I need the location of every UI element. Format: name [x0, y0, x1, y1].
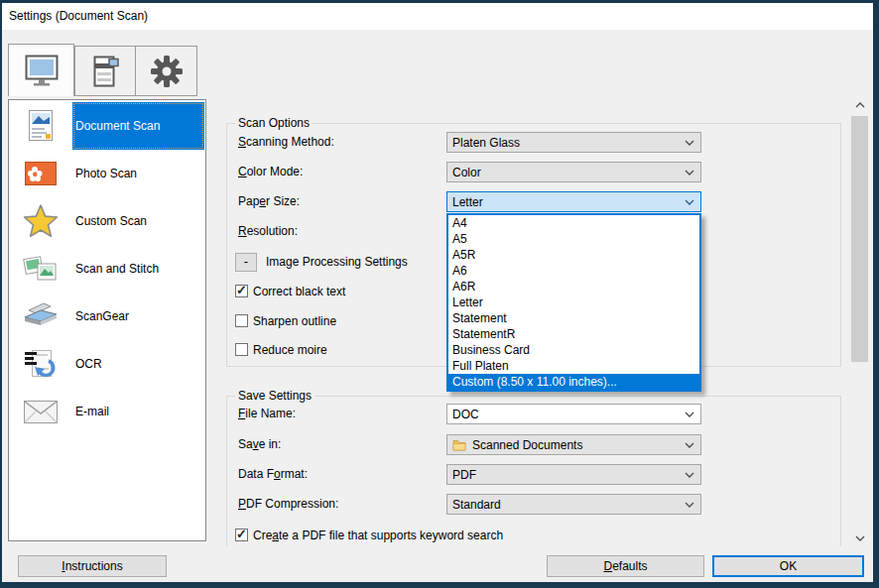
tab-bar [8, 44, 197, 96]
scanning-method-label: Scanning Method: [238, 132, 334, 153]
tab-general-settings[interactable] [136, 46, 197, 96]
dropdown-option[interactable]: StatementR [448, 326, 699, 342]
dropdown-option[interactable]: A4 [448, 215, 699, 231]
checkmark-icon: ✓ [236, 283, 247, 297]
scroll-up-button[interactable] [850, 96, 869, 113]
correct-black-text-checkbox[interactable]: ✓ Correct black text [235, 284, 345, 298]
checkbox-box: ✓ [235, 529, 248, 541]
file-name-label: File Name: [238, 404, 296, 424]
scanning-method-combobox[interactable]: Platen Glass [446, 132, 701, 153]
pdf-compression-combobox[interactable]: Standard [446, 494, 701, 515]
tab-scan-from-device[interactable] [74, 46, 136, 96]
dropdown-option[interactable]: A6R [448, 279, 699, 294]
save-in-label: Save in: [238, 434, 281, 455]
dropdown-option[interactable]: A5R [448, 247, 699, 263]
chevron-down-icon [685, 442, 694, 448]
checkbox-label: Correct black text [253, 285, 345, 298]
checkbox-label: Create a PDF file that supports keyword … [253, 529, 503, 542]
checkbox-label: Reduce moire [253, 343, 327, 357]
file-name-combobox[interactable]: DOC [446, 404, 701, 424]
image-processing-label: Image Processing Settings [266, 253, 408, 272]
save-in-value: Scanned Documents [472, 438, 685, 452]
chevron-up-icon [855, 102, 865, 108]
vertical-scrollbar[interactable] [850, 96, 869, 546]
chevron-down-icon [855, 535, 865, 541]
paper-size-dropdown-list: A4 A5 A5R A6 A6R Letter Statement Statem… [446, 213, 701, 392]
dropdown-option-highlighted[interactable]: Custom (8.50 x 11.00 inches)... [448, 374, 699, 390]
dropdown-option[interactable]: A6 [448, 263, 699, 279]
resolution-label: Resolution: [238, 221, 298, 242]
defaults-button[interactable]: Defaults [547, 555, 704, 577]
checkbox-box [235, 343, 248, 356]
group-title: Scan Options [235, 116, 313, 130]
tab-scan-from-computer[interactable] [8, 44, 74, 96]
dropdown-option[interactable]: Statement [448, 310, 699, 326]
chevron-down-icon [685, 140, 694, 146]
image-processing-toggle-button[interactable]: - [235, 253, 257, 272]
copier-icon [87, 54, 123, 89]
checkbox-box [235, 314, 248, 327]
color-mode-label: Color Mode: [238, 162, 303, 182]
paper-size-value: Letter [452, 195, 685, 209]
checkmark-icon: ✓ [236, 527, 247, 541]
color-mode-combobox[interactable]: Color [446, 162, 701, 182]
chevron-down-icon [685, 472, 694, 478]
chevron-down-icon [685, 199, 694, 205]
dropdown-option[interactable]: Full Platen [448, 358, 699, 374]
sharpen-outline-checkbox[interactable]: Sharpen outline [235, 313, 336, 328]
chevron-down-icon [685, 412, 694, 417]
checkbox-label: Sharpen outline [253, 314, 336, 328]
window-title: Settings (Document Scan) [9, 3, 148, 30]
screen-background: Settings (Document Scan) [0, 0, 879, 588]
file-name-value: DOC [452, 408, 685, 421]
gear-icon [149, 54, 185, 89]
save-in-combobox[interactable]: Scanned Documents [446, 434, 701, 455]
color-mode-value: Color [452, 166, 685, 179]
title-bar: Settings (Document Scan) [2, 3, 873, 30]
data-format-value: PDF [452, 468, 685, 482]
dropdown-option[interactable]: Letter [448, 294, 699, 310]
settings-panel: Scan Options Scanning Method: Platen Gla… [2, 96, 850, 546]
reduce-moire-checkbox[interactable]: Reduce moire [235, 342, 327, 357]
scrollbar-thumb[interactable] [851, 116, 868, 362]
keyword-search-checkbox[interactable]: ✓ Create a PDF file that supports keywor… [235, 528, 503, 542]
dropdown-option[interactable]: A5 [448, 231, 699, 247]
settings-dialog: Settings (Document Scan) [2, 3, 873, 582]
pdf-compression-label: PDF Compression: [238, 494, 338, 515]
chevron-down-icon [685, 170, 694, 176]
chevron-down-icon [685, 502, 694, 508]
paper-size-label: Paper Size: [238, 191, 300, 212]
data-format-label: Data Format: [238, 464, 308, 485]
group-title: Save Settings [235, 389, 314, 403]
ok-button[interactable]: OK [712, 555, 864, 577]
paper-size-combobox[interactable]: Letter [446, 191, 701, 212]
scanning-method-value: Platen Glass [452, 136, 685, 150]
checkbox-box: ✓ [235, 285, 248, 297]
pdf-compression-value: Standard [452, 498, 685, 512]
monitor-icon [23, 54, 61, 87]
scroll-down-button[interactable] [850, 529, 869, 546]
folder-icon [452, 439, 466, 451]
dropdown-option[interactable]: Business Card [448, 342, 699, 358]
instructions-button[interactable]: Instructions [18, 555, 167, 577]
data-format-combobox[interactable]: PDF [446, 464, 701, 485]
